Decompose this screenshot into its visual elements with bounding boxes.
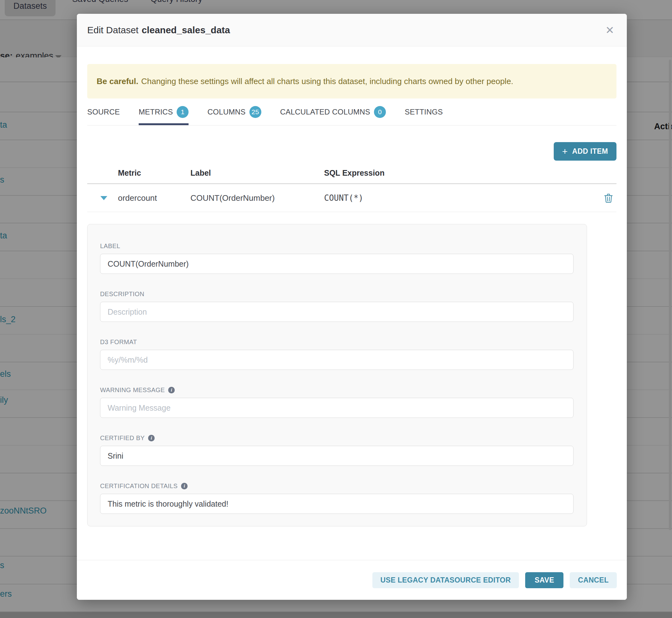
metrics-table-header: Metric Label SQL Expression: [87, 166, 616, 180]
trash-icon: [604, 194, 613, 203]
info-icon[interactable]: i: [181, 483, 188, 489]
certified-by-field-group: CERTIFIED BY i: [100, 434, 573, 466]
warning-message-field-caption: WARNING MESSAGE i: [100, 387, 573, 394]
certification-details-input[interactable]: [100, 494, 573, 514]
d3-format-field-group: D3 FORMAT: [100, 338, 573, 370]
modal-title: Edit Datasetcleaned_sales_data: [87, 25, 230, 35]
modal-footer: USE LEGACY DATASOURCE EDITOR SAVE CANCEL: [77, 560, 627, 600]
d3-format-input[interactable]: [100, 350, 573, 370]
metric-column-header: Metric: [118, 169, 190, 178]
sql-expression-column-header: SQL Expression: [324, 169, 594, 178]
warning-banner-text: Changing these settings will affect all …: [141, 77, 513, 86]
d3-format-field-caption-text: D3 FORMAT: [100, 338, 137, 346]
add-item-button[interactable]: + ADD ITEM: [554, 142, 616, 161]
tab-columns-label: COLUMNS: [207, 108, 245, 116]
cancel-button[interactable]: CANCEL: [570, 572, 617, 588]
tab-calculated-columns-count-badge: 0: [374, 106, 386, 118]
delete-metric-button[interactable]: [604, 194, 613, 203]
tab-source-label: SOURCE: [87, 108, 120, 116]
label-column-header: Label: [190, 169, 324, 178]
edit-dataset-modal: Edit Datasetcleaned_sales_data ✕ Be care…: [77, 14, 627, 600]
tab-metrics[interactable]: METRICS 1: [139, 99, 189, 125]
modal-title-prefix: Edit Dataset: [87, 25, 138, 35]
certification-details-field-caption: CERTIFICATION DETAILS i: [100, 483, 573, 490]
tab-settings-label: SETTINGS: [405, 108, 443, 116]
tab-columns[interactable]: COLUMNS 25: [207, 99, 261, 125]
modal-body: Be careful. Changing these settings will…: [77, 64, 627, 526]
warning-banner-bold: Be careful.: [97, 77, 138, 86]
metric-label-cell: COUNT(OrderNumber): [190, 193, 324, 203]
use-legacy-datasource-editor-button[interactable]: USE LEGACY DATASOURCE EDITOR: [372, 572, 519, 588]
tab-metrics-label: METRICS: [139, 108, 173, 116]
certification-details-field-caption-text: CERTIFICATION DETAILS: [100, 483, 178, 490]
warning-message-field-group: WARNING MESSAGE i: [100, 387, 573, 418]
plus-icon: +: [562, 147, 568, 156]
description-field-group: DESCRIPTION: [100, 291, 573, 322]
d3-format-field-caption: D3 FORMAT: [100, 338, 573, 346]
modal-header: Edit Datasetcleaned_sales_data ✕: [77, 14, 627, 46]
description-input[interactable]: [100, 302, 573, 322]
certification-details-field-group: CERTIFICATION DETAILS i: [100, 483, 573, 514]
warning-banner: Be careful. Changing these settings will…: [87, 64, 616, 99]
certified-by-field-caption: CERTIFIED BY i: [100, 434, 573, 442]
collapse-caret-icon[interactable]: [100, 196, 107, 200]
add-item-row: + ADD ITEM: [87, 142, 616, 161]
metric-name-cell: ordercount: [118, 193, 190, 203]
label-field-caption-text: LABEL: [100, 242, 120, 250]
expand-cell: [87, 196, 118, 200]
description-field-caption-text: DESCRIPTION: [100, 291, 144, 298]
tab-calculated-columns-label: CALCULATED COLUMNS: [280, 108, 370, 116]
metric-actions-cell: [594, 194, 616, 203]
info-icon[interactable]: i: [168, 387, 175, 393]
label-field-group: LABEL: [100, 242, 573, 274]
description-field-caption: DESCRIPTION: [100, 291, 573, 298]
certified-by-input[interactable]: [100, 446, 573, 466]
warning-message-input[interactable]: [100, 398, 573, 418]
screen: Datasets Saved Queries Query History se:…: [0, 0, 672, 618]
tab-columns-count-badge: 25: [250, 106, 261, 118]
info-icon[interactable]: i: [148, 435, 155, 441]
tab-source[interactable]: SOURCE: [87, 99, 120, 125]
metric-row: ordercount COUNT(OrderNumber) COUNT(*): [87, 184, 616, 212]
dataset-name: cleaned_sales_data: [141, 25, 230, 35]
label-input[interactable]: [100, 254, 573, 274]
save-button[interactable]: SAVE: [525, 572, 563, 588]
metric-sql-cell: COUNT(*): [324, 193, 594, 203]
add-item-label: ADD ITEM: [572, 147, 608, 156]
tab-settings[interactable]: SETTINGS: [405, 99, 443, 125]
warning-message-field-caption-text: WARNING MESSAGE: [100, 387, 165, 394]
close-icon[interactable]: ✕: [604, 23, 616, 37]
dataset-editor-tabs: SOURCE METRICS 1 COLUMNS 25 CALCULATED C…: [87, 99, 616, 125]
label-field-caption: LABEL: [100, 242, 573, 250]
tab-metrics-count-badge: 1: [177, 106, 189, 118]
metric-detail-panel: LABEL DESCRIPTION D3 FORMAT: [87, 224, 587, 526]
certified-by-field-caption-text: CERTIFIED BY: [100, 434, 145, 442]
tab-calculated-columns[interactable]: CALCULATED COLUMNS 0: [280, 99, 386, 125]
